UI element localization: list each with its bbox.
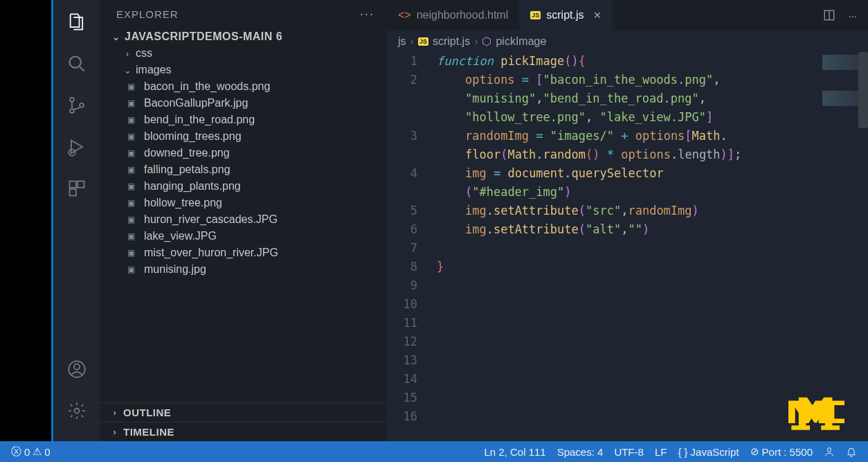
svg-point-2 bbox=[70, 109, 74, 113]
svg-point-1 bbox=[70, 98, 74, 102]
status-spaces[interactable]: Spaces: 4 bbox=[557, 446, 604, 458]
line-gutter: 1 2 3 4 5 6 7 8 9 10 11 12 13 bbox=[387, 52, 426, 441]
folder-images[interactable]: ⌄ images bbox=[100, 62, 387, 78]
folder-css[interactable]: › css bbox=[100, 45, 387, 62]
image-icon: ▣ bbox=[127, 148, 138, 158]
status-errors[interactable]: ⓧ 0 ⚠ 0 bbox=[11, 445, 51, 459]
status-eol[interactable]: LF bbox=[655, 446, 667, 458]
file-item[interactable]: ▣BaconGallupPark.jpg bbox=[100, 95, 387, 112]
activity-bar bbox=[51, 0, 100, 441]
image-icon: ▣ bbox=[127, 198, 138, 208]
explorer-icon[interactable] bbox=[66, 11, 88, 33]
sidebar: EXPLORER ··· ⌄ JAVASCRIPTDEMOS-MAIN 6 › … bbox=[100, 0, 387, 441]
status-feedback[interactable] bbox=[824, 446, 835, 457]
more-icon[interactable]: ··· bbox=[848, 10, 857, 21]
tab-bar: <> neighborhood.html JS script.js ✕ ··· bbox=[387, 0, 868, 30]
file-tree: ⌄ JAVASCRIPTDEMOS-MAIN 6 › css ⌄ images … bbox=[100, 28, 387, 402]
editor-area: <> neighborhood.html JS script.js ✕ ··· … bbox=[387, 0, 868, 441]
error-icon: ⓧ bbox=[11, 445, 21, 459]
file-item[interactable]: ▣falling_petals.png bbox=[100, 161, 387, 178]
more-icon[interactable]: ··· bbox=[360, 7, 374, 21]
warning-icon: ⚠ bbox=[33, 445, 42, 458]
file-item[interactable]: ▣hollow_tree.png bbox=[100, 195, 387, 211]
broadcast-icon: ⊘ bbox=[750, 445, 759, 458]
account-icon[interactable] bbox=[66, 358, 88, 380]
sidebar-header: EXPLORER ··· bbox=[100, 0, 387, 28]
image-icon: ▣ bbox=[127, 265, 138, 274]
symbol-icon: ⬡ bbox=[482, 35, 491, 48]
image-icon: ▣ bbox=[127, 248, 138, 258]
tree-root[interactable]: ⌄ JAVASCRIPTDEMOS-MAIN 6 bbox=[100, 28, 387, 45]
js-icon: JS bbox=[530, 11, 541, 19]
svg-point-12 bbox=[827, 448, 831, 452]
svg-point-10 bbox=[74, 409, 79, 414]
close-icon[interactable]: ✕ bbox=[593, 10, 602, 21]
image-icon: ▣ bbox=[127, 98, 138, 108]
source-control-icon[interactable] bbox=[66, 94, 88, 116]
svg-point-9 bbox=[73, 364, 79, 369]
search-icon[interactable] bbox=[66, 53, 88, 75]
file-item[interactable]: ▣bacon_in_the_woods.png bbox=[100, 78, 387, 95]
image-icon: ▣ bbox=[127, 165, 138, 175]
code-content[interactable]: function pickImage(){ options = ["bacon_… bbox=[426, 52, 868, 441]
image-icon: ▣ bbox=[127, 215, 138, 224]
left-margin bbox=[0, 0, 51, 441]
chevron-right-icon: › bbox=[109, 427, 120, 437]
image-icon: ▣ bbox=[127, 231, 138, 241]
html-icon: <> bbox=[398, 9, 411, 21]
file-item[interactable]: ▣huron_river_cascades.JPG bbox=[100, 211, 387, 228]
status-bar: ⓧ 0 ⚠ 0 Ln 2, Col 111 Spaces: 4 UTF-8 LF… bbox=[0, 441, 868, 462]
run-debug-icon[interactable] bbox=[66, 136, 88, 158]
outline-section[interactable]: › OUTLINE bbox=[100, 402, 387, 422]
file-item[interactable]: ▣lake_view.JPG bbox=[100, 228, 387, 245]
image-icon: ▣ bbox=[127, 115, 138, 125]
scrollbar[interactable] bbox=[858, 52, 868, 128]
tab-script[interactable]: JS script.js ✕ bbox=[519, 0, 613, 30]
status-encoding[interactable]: UTF-8 bbox=[614, 446, 644, 458]
status-language[interactable]: { } JavaScript bbox=[678, 446, 739, 458]
file-item[interactable]: ▣mist_over_huron_river.JPG bbox=[100, 245, 387, 261]
file-item[interactable]: ▣hanging_plants.png bbox=[100, 178, 387, 195]
chevron-down-icon: ⌄ bbox=[122, 65, 133, 75]
svg-rect-7 bbox=[69, 189, 75, 195]
split-icon[interactable] bbox=[823, 9, 835, 21]
chevron-down-icon: ⌄ bbox=[111, 32, 122, 42]
svg-rect-5 bbox=[69, 181, 75, 188]
timeline-section[interactable]: › TIMELINE bbox=[100, 422, 387, 441]
extensions-icon[interactable] bbox=[66, 177, 88, 199]
michigan-logo bbox=[788, 396, 851, 434]
chevron-right-icon: › bbox=[122, 48, 133, 59]
status-bell[interactable] bbox=[846, 446, 857, 457]
braces-icon: { } bbox=[678, 446, 687, 458]
code-editor[interactable]: 1 2 3 4 5 6 7 8 9 10 11 12 13 bbox=[387, 52, 868, 441]
image-icon: ▣ bbox=[127, 82, 138, 91]
chevron-right-icon: › bbox=[109, 407, 120, 418]
sidebar-title: EXPLORER bbox=[116, 8, 179, 20]
svg-point-0 bbox=[69, 57, 80, 68]
file-item[interactable]: ▣downed_tree.png bbox=[100, 145, 387, 161]
settings-icon[interactable] bbox=[66, 400, 88, 422]
tab-neighborhood[interactable]: <> neighborhood.html bbox=[387, 0, 519, 30]
file-item[interactable]: ▣munising.jpg bbox=[100, 261, 387, 278]
file-item[interactable]: ▣bend_in_the_road.png bbox=[100, 112, 387, 128]
breadcrumb[interactable]: js › JS script.js › ⬡ pickImage bbox=[387, 30, 868, 52]
image-icon: ▣ bbox=[127, 132, 138, 141]
js-icon: JS bbox=[418, 37, 428, 46]
svg-point-3 bbox=[80, 103, 84, 107]
status-port[interactable]: ⊘ Port : 5500 bbox=[750, 445, 813, 458]
image-icon: ▣ bbox=[127, 181, 138, 191]
file-item[interactable]: ▣blooming_trees.png bbox=[100, 128, 387, 145]
status-position[interactable]: Ln 2, Col 111 bbox=[484, 446, 545, 458]
svg-rect-6 bbox=[78, 181, 84, 188]
